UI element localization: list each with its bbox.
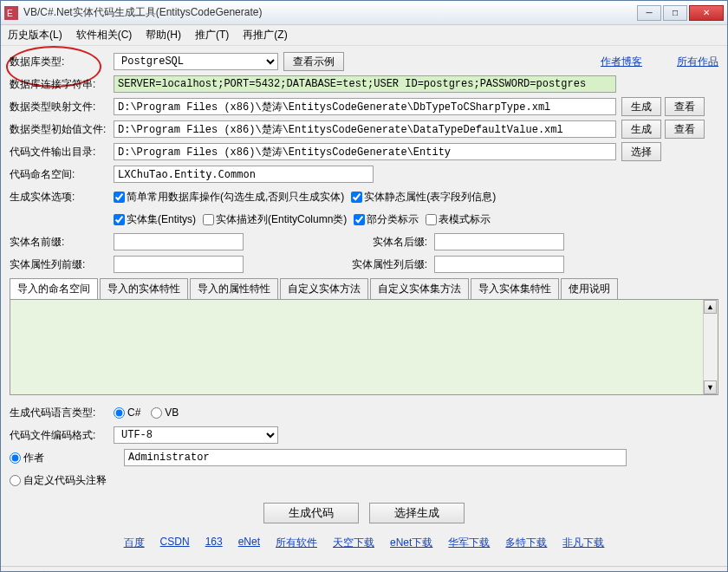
dbtype-select[interactable]: PostgreSQL: [114, 53, 278, 70]
tab-custom-entityset-method[interactable]: 自定义实体集方法: [370, 278, 469, 299]
label-connstr: 数据库连接字符串:: [10, 77, 114, 92]
label-maptype: 数据类型映射文件:: [10, 100, 114, 114]
menu-history[interactable]: 历史版本(L): [8, 28, 62, 42]
link-enetdl[interactable]: eNet下载: [390, 536, 432, 550]
tab-usage[interactable]: 使用说明: [561, 278, 618, 299]
client-area: 数据库类型: PostgreSQL 查看示例 作者博客 所有作品 数据库连接字符…: [1, 46, 727, 566]
gen-maptype-button[interactable]: 生成: [621, 97, 661, 116]
label-entprefix: 实体名前缀:: [10, 235, 114, 250]
view-sample-button[interactable]: 查看示例: [283, 52, 344, 71]
window-buttons: ─ □ ✕: [635, 5, 724, 21]
link-duote[interactable]: 多特下载: [505, 536, 547, 550]
radio-csharp[interactable]: C#: [114, 406, 140, 419]
chk-entitycol[interactable]: 实体描述列(EntityColumn类): [203, 212, 347, 227]
menu-software[interactable]: 软件相关(C): [76, 28, 133, 42]
outdir-input[interactable]: [114, 143, 616, 160]
chk-entityset[interactable]: 实体集(Entitys): [114, 212, 196, 227]
encoding-select[interactable]: UTF-8: [114, 426, 278, 444]
tab-content[interactable]: ▲ ▼: [10, 300, 718, 395]
main-buttons: 生成代码 选择生成: [10, 503, 718, 523]
label-genopts: 生成实体选项:: [10, 190, 114, 205]
link-baidu[interactable]: 百度: [124, 536, 145, 550]
link-feifan[interactable]: 非凡下载: [562, 536, 604, 550]
link-huajun[interactable]: 华军下载: [448, 536, 490, 550]
all-works-link[interactable]: 所有作品: [677, 55, 718, 69]
tab-namespace[interactable]: 导入的命名空间: [10, 278, 98, 299]
minimize-button[interactable]: ─: [637, 5, 661, 21]
chk-tablemode[interactable]: 表模式标示: [426, 212, 491, 227]
gen-defval-button[interactable]: 生成: [621, 120, 661, 139]
tab-entity-attr[interactable]: 导入的实体特性: [100, 278, 188, 299]
entsuffix-input[interactable]: [434, 233, 564, 250]
menubar: 历史版本(L) 软件相关(C) 帮助(H) 推广(T) 再推广(Z): [1, 25, 727, 46]
menu-help[interactable]: 帮助(H): [146, 28, 181, 42]
tab-scrollbar[interactable]: ▲ ▼: [703, 300, 717, 394]
chk-partial[interactable]: 部分类标示: [354, 212, 419, 227]
close-button[interactable]: ✕: [689, 5, 724, 21]
titlebar: E VB/C#.Net实体代码生成工具(EntitysCodeGenerate)…: [1, 1, 727, 25]
label-defval: 数据类型初始值文件:: [10, 122, 114, 137]
maximize-button[interactable]: □: [663, 5, 687, 21]
author-blog-link[interactable]: 作者博客: [601, 55, 642, 69]
author-input[interactable]: [124, 449, 627, 466]
chk-simpleop[interactable]: 简单常用数据库操作(勾选生成,否则只生成实体): [114, 190, 344, 205]
link-tiankong[interactable]: 天空下载: [333, 536, 374, 550]
menu-promo[interactable]: 推广(T): [195, 28, 229, 42]
scroll-up-icon[interactable]: ▲: [704, 300, 717, 314]
window-title: VB/C#.Net实体代码生成工具(EntitysCodeGenerate): [23, 5, 635, 20]
label-propsuffix: 实体属性列后缀:: [244, 257, 434, 272]
scroll-down-icon[interactable]: ▼: [704, 380, 717, 394]
label-namespace: 代码命名空间:: [10, 167, 114, 182]
generate-code-button[interactable]: 生成代码: [263, 503, 359, 523]
entprefix-input[interactable]: [114, 233, 244, 250]
tab-prop-attr[interactable]: 导入的属性特性: [190, 278, 278, 299]
tab-custom-entity-method[interactable]: 自定义实体方法: [280, 278, 368, 299]
link-allsoft[interactable]: 所有软件: [276, 536, 317, 550]
connstr-input[interactable]: [114, 75, 616, 93]
label-outdir: 代码文件输出目录:: [10, 145, 114, 159]
label-encoding: 代码文件编码格式:: [10, 428, 114, 443]
app-icon: E: [4, 6, 18, 20]
tab-entityset-attr[interactable]: 导入实体集特性: [471, 278, 559, 299]
propprefix-input[interactable]: [114, 256, 244, 273]
view-maptype-button[interactable]: 查看: [665, 97, 705, 116]
view-defval-button[interactable]: 查看: [665, 120, 705, 139]
radio-author[interactable]: 作者: [10, 451, 114, 465]
label-langtype: 生成代码语言类型:: [10, 406, 114, 420]
radio-vb[interactable]: VB: [151, 406, 179, 419]
radio-customhead[interactable]: 自定义代码头注释: [10, 473, 131, 488]
label-dbtype: 数据库类型:: [10, 55, 114, 69]
chk-staticprop[interactable]: 实体静态属性(表字段列信息): [351, 190, 496, 205]
propsuffix-input[interactable]: [434, 256, 564, 273]
defval-input[interactable]: [114, 120, 616, 138]
namespace-input[interactable]: [114, 166, 374, 183]
link-enet[interactable]: eNet: [238, 536, 260, 550]
link-163[interactable]: 163: [205, 536, 223, 550]
tabstrip: 导入的命名空间 导入的实体特性 导入的属性特性 自定义实体方法 自定义实体集方法…: [10, 278, 718, 300]
select-outdir-button[interactable]: 选择: [621, 142, 661, 161]
label-propprefix: 实体属性列前缀:: [10, 257, 114, 272]
statusbar: 作者博客 | 作者所有作品: [1, 566, 727, 572]
svg-text:E: E: [7, 9, 13, 18]
link-csdn[interactable]: CSDN: [160, 536, 190, 550]
label-entsuffix: 实体名后缀:: [244, 235, 434, 250]
menu-repromo[interactable]: 再推广(Z): [243, 28, 287, 42]
app-window: E VB/C#.Net实体代码生成工具(EntitysCodeGenerate)…: [0, 0, 728, 572]
bottom-links: 百度 CSDN 163 eNet 所有软件 天空下载 eNet下载 华军下载 多…: [10, 536, 718, 550]
maptype-input[interactable]: [114, 98, 616, 115]
select-generate-button[interactable]: 选择生成: [369, 503, 465, 523]
